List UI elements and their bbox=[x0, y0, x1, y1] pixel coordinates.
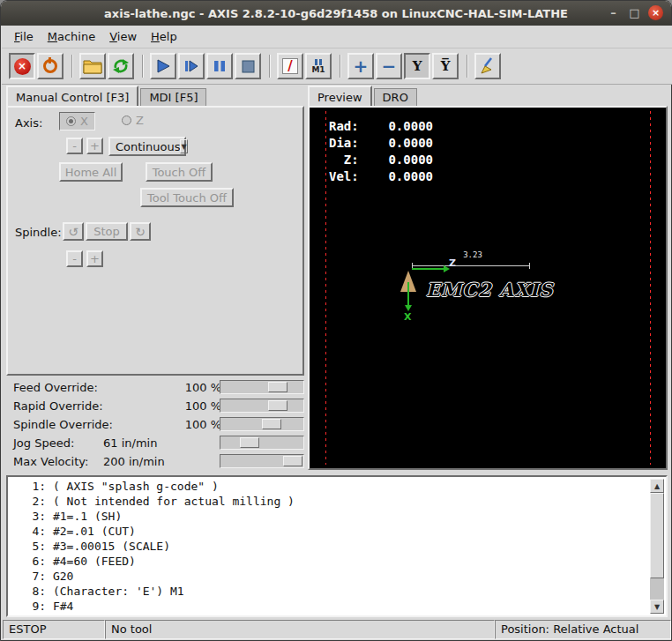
dro-line: Rad: 0.0000 bbox=[329, 118, 433, 135]
left-tabbar: Manual Control [F3] MDI [F5] bbox=[6, 86, 208, 107]
spindle-override-slider-thumb[interactable] bbox=[262, 419, 281, 429]
tab-manual-control[interactable]: Manual Control [F3] bbox=[6, 86, 138, 107]
spindle-minus-button[interactable]: - bbox=[66, 250, 83, 267]
jog-minus-button[interactable]: - bbox=[66, 138, 83, 154]
jog-mode-select[interactable]: Continuous ▼ bbox=[108, 137, 186, 156]
close-button[interactable]: × bbox=[648, 5, 663, 20]
optional-pause-icon: M1 bbox=[311, 59, 325, 74]
max-velocity-slider-label: Max Velocity: bbox=[13, 455, 88, 468]
gcode-line-9[interactable]: 9: F#4 bbox=[11, 599, 646, 614]
gcode-listing: 1: ( AXIS "splash g-code" ) 2: ( Not int… bbox=[6, 475, 668, 617]
gcode-line-6[interactable]: 6: #4=60 (FEED) bbox=[11, 554, 646, 569]
zoom-in-button[interactable]: + bbox=[347, 53, 374, 79]
minimize-button[interactable]: – bbox=[606, 5, 621, 20]
view-y-button[interactable]: Y bbox=[404, 53, 430, 79]
jog-speed-slider-label: Jog Speed: bbox=[13, 436, 74, 450]
toolbar-separator bbox=[71, 55, 73, 78]
menu-machine[interactable]: Machine bbox=[41, 26, 102, 47]
gcode-scrollbar[interactable]: ▲ ▼ bbox=[650, 479, 664, 614]
spindle-stop-button[interactable]: Stop bbox=[86, 222, 128, 241]
spindle-override-slider-row: Spindle Override:100 % bbox=[6, 415, 306, 434]
max-velocity-slider[interactable] bbox=[220, 454, 304, 468]
step-button[interactable] bbox=[178, 53, 205, 79]
manual-control-panel: Axis: X Z - + Continuous ▼ Home All Touc… bbox=[6, 106, 304, 376]
dro-line: Dia: 0.0000 bbox=[329, 135, 433, 152]
home-all-button[interactable]: Home All bbox=[59, 162, 123, 182]
estop-icon: × bbox=[14, 58, 31, 75]
radio-indicator-z bbox=[122, 116, 131, 125]
estop-button[interactable]: × bbox=[9, 53, 35, 79]
statusbar: ESTOP No tool Position: Relative Actual bbox=[3, 620, 671, 640]
axis-radio-x[interactable]: X bbox=[59, 112, 95, 130]
reload-icon bbox=[112, 57, 130, 75]
tab-mdi[interactable]: MDI [F5] bbox=[140, 88, 206, 107]
gcode-line-1[interactable]: 1: ( AXIS "splash g-code" ) bbox=[11, 479, 646, 494]
scrollbar-thumb[interactable] bbox=[650, 493, 664, 578]
dro-line: Vel: 0.0000 bbox=[329, 168, 433, 185]
stop-button[interactable] bbox=[235, 53, 261, 79]
gcode-line-3[interactable]: 3: #1=.1 (SH) bbox=[11, 509, 646, 524]
machine-power-button[interactable] bbox=[37, 53, 63, 79]
feed-override-slider-label: Feed Override: bbox=[13, 381, 98, 394]
menu-file[interactable]: File bbox=[7, 26, 41, 47]
gcode-line-5[interactable]: 5: #3=.00015 (SCALE) bbox=[11, 539, 646, 554]
z-axis-line bbox=[412, 268, 445, 270]
folder-icon bbox=[83, 59, 102, 74]
dro-readout: Rad: 0.0000Dia: 0.0000 Z: 0.0000Vel: 0.0… bbox=[329, 118, 433, 185]
emc2-axis-logo: EMC2 AXIS bbox=[426, 279, 553, 301]
soft-limit-right-line bbox=[650, 111, 651, 465]
axis-radio-z[interactable]: Z bbox=[116, 112, 150, 129]
spindle-plus-button[interactable]: + bbox=[86, 250, 103, 267]
tab-dro[interactable]: DRO bbox=[374, 88, 417, 107]
window-title: axis-lathe.ngc - AXIS 2.8.2-10-g6d29f145… bbox=[104, 7, 568, 20]
zoom-out-icon: − bbox=[382, 57, 397, 75]
optional-pause-toggle[interactable]: M1 bbox=[305, 53, 332, 79]
gcode-line-4[interactable]: 4: #2=.01 (CUT) bbox=[11, 524, 646, 539]
stop-icon bbox=[242, 60, 255, 73]
skip-lines-toggle[interactable]: / bbox=[277, 53, 303, 79]
pause-button[interactable] bbox=[206, 53, 233, 79]
rapid-override-slider[interactable] bbox=[220, 399, 304, 413]
preview-canvas[interactable]: Rad: 0.0000Dia: 0.0000 Z: 0.0000Vel: 0.0… bbox=[310, 108, 666, 468]
clear-plot-button[interactable] bbox=[474, 53, 501, 79]
slider-rows: Feed Override:100 %Rapid Override:100 %S… bbox=[6, 378, 306, 471]
menu-help[interactable]: Help bbox=[144, 26, 184, 47]
scroll-up-icon[interactable]: ▲ bbox=[650, 479, 664, 493]
jog-plus-button[interactable]: + bbox=[86, 138, 103, 154]
gcode-lines: 1: ( AXIS "splash g-code" ) 2: ( Not int… bbox=[11, 479, 646, 614]
open-file-button[interactable] bbox=[79, 53, 106, 79]
tab-preview[interactable]: Preview bbox=[308, 86, 372, 107]
gcode-line-8[interactable]: 8: (Character: 'E') M1 bbox=[11, 584, 646, 599]
touch-off-button[interactable]: Touch Off bbox=[146, 162, 213, 182]
menu-view[interactable]: View bbox=[102, 26, 144, 47]
feed-override-slider-value: 100 % bbox=[101, 381, 221, 394]
spindle-override-slider[interactable] bbox=[220, 417, 304, 431]
tool-touch-off-button[interactable]: Tool Touch Off bbox=[140, 188, 234, 207]
rapid-override-slider-row: Rapid Override:100 % bbox=[6, 397, 306, 415]
toolbar: × / M1 bbox=[2, 48, 672, 85]
max-velocity-slider-thumb[interactable] bbox=[283, 456, 302, 466]
jog-speed-slider-value: 61 in/min bbox=[103, 436, 157, 450]
toolbar-separator bbox=[142, 55, 144, 78]
rapid-override-slider-thumb[interactable] bbox=[268, 400, 287, 411]
feed-override-slider-thumb[interactable] bbox=[268, 382, 287, 392]
jog-speed-slider-thumb[interactable] bbox=[240, 437, 259, 448]
scroll-down-icon[interactable]: ▼ bbox=[650, 600, 664, 614]
axis-window: axis-lathe.ngc - AXIS 2.8.2-10-g6d29f145… bbox=[0, 0, 672, 641]
gcode-line-2[interactable]: 2: ( Not intended for actual milling ) bbox=[11, 494, 646, 509]
skip-lines-icon: / bbox=[282, 58, 298, 74]
feed-override-slider[interactable] bbox=[220, 380, 304, 394]
x-axis-line bbox=[407, 282, 409, 307]
spindle-forward-button[interactable]: ↻ bbox=[130, 222, 151, 241]
zoom-out-button[interactable]: − bbox=[376, 53, 402, 79]
jog-speed-slider[interactable] bbox=[220, 436, 304, 450]
maximize-button[interactable]: □ bbox=[627, 5, 642, 20]
view-y2-button[interactable]: Y̅ bbox=[432, 53, 459, 79]
status-position-mode: Position: Relative Actual bbox=[495, 620, 671, 639]
titlebar[interactable]: axis-lathe.ngc - AXIS 2.8.2-10-g6d29f145… bbox=[1, 1, 671, 26]
run-button[interactable] bbox=[150, 53, 176, 79]
preview-panel: Rad: 0.0000Dia: 0.0000 Z: 0.0000Vel: 0.0… bbox=[308, 106, 668, 470]
spindle-reverse-button[interactable]: ↺ bbox=[63, 222, 84, 241]
gcode-line-7[interactable]: 7: G20 bbox=[11, 569, 646, 584]
reload-file-button[interactable] bbox=[108, 53, 134, 79]
